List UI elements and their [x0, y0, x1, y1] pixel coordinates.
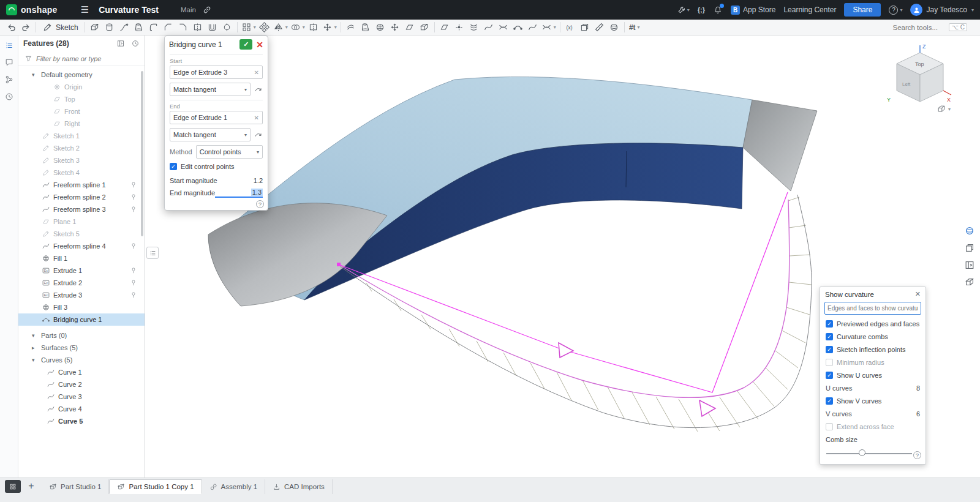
tab-part-studio-1[interactable]: Part Studio 1	[42, 479, 109, 494]
control-point-handle-1[interactable]	[559, 343, 573, 358]
featurescript-button[interactable]: #t▾	[627, 21, 642, 34]
end-magnitude-field[interactable]: 1.3	[215, 189, 263, 198]
flip-tangent-direction-icon[interactable]	[254, 85, 263, 94]
share-button[interactable]: Share	[844, 3, 881, 17]
shell-button[interactable]	[205, 21, 220, 34]
tab-assembly-1[interactable]: Assembly 1	[202, 479, 265, 494]
fillet-button[interactable]	[146, 21, 161, 34]
custom-tables-button[interactable]	[963, 258, 976, 272]
feature-item-freeform-spline-2[interactable]: Freeform spline 2	[18, 191, 145, 203]
search-tools-input[interactable]	[892, 24, 945, 31]
show-u-curves-option[interactable]: ✓Show U curves	[820, 369, 925, 381]
minimum-radius-option[interactable]: Minimum radius	[820, 356, 925, 369]
feature-item-sketch-3[interactable]: Sketch 3	[18, 154, 145, 167]
help-button[interactable]: ?▾	[889, 6, 902, 15]
view-options-button[interactable]: ▾	[937, 104, 951, 114]
pin-icon[interactable]	[130, 279, 137, 287]
delete-face-button[interactable]	[417, 21, 432, 34]
end-magnitude-row[interactable]: End magnitude 1.3	[170, 187, 263, 199]
feature-item-sketch-1[interactable]: Sketch 1	[18, 130, 145, 142]
method-dropdown[interactable]: Control points▾	[196, 145, 263, 159]
dialog-help-icon[interactable]: ?	[256, 200, 264, 208]
feature-item-freeform-spline-4[interactable]: Freeform spline 4	[18, 240, 145, 252]
checkbox-checked-icon[interactable]: ✓	[826, 372, 833, 379]
rib-button[interactable]	[190, 21, 205, 34]
end-tangent-dropdown[interactable]: Match tangent▾	[170, 128, 251, 141]
feature-item-freeform-spline-1[interactable]: Freeform spline 1	[18, 179, 145, 191]
feature-list-toggle[interactable]	[146, 247, 159, 259]
add-tab-button[interactable]: +	[24, 479, 38, 493]
boundary-surface-button[interactable]	[358, 21, 373, 34]
user-menu[interactable]: Jay Tedesco▾	[910, 4, 974, 16]
branch-name[interactable]: Main	[181, 6, 196, 13]
checkbox-unchecked-icon[interactable]	[826, 423, 833, 430]
pin-icon[interactable]	[130, 242, 137, 250]
feature-item-default-geometry[interactable]: ▾Default geometry	[18, 69, 145, 81]
onshape-logo[interactable]: ◠ onshape	[6, 4, 58, 15]
pin-icon[interactable]	[130, 181, 137, 189]
linear-pattern-button[interactable]: ▾	[240, 21, 257, 34]
feature-list-icon[interactable]	[4, 40, 14, 50]
search-tools[interactable]: ⌥ C	[888, 21, 971, 33]
checkbox-unchecked-icon[interactable]	[826, 359, 833, 366]
extensions-button[interactable]: ▾	[677, 5, 690, 15]
curve-start-point[interactable]	[337, 263, 341, 266]
feature-item-sketch-2[interactable]: Sketch 2	[18, 142, 145, 154]
curve-item-4[interactable]: Curve 4	[18, 403, 145, 415]
variable-studio-button[interactable]	[578, 21, 592, 34]
curvature-selection-input[interactable]	[827, 305, 918, 312]
section-curves[interactable]: ▾Curves (5)	[18, 354, 145, 366]
end-selection-box[interactable]: Edge of Extrude 1 ✕	[170, 111, 263, 124]
cancel-button[interactable]: ✕	[256, 40, 263, 49]
draft-button[interactable]	[176, 21, 190, 34]
transform-button[interactable]: ▾	[321, 21, 338, 34]
sketch-button[interactable]: Sketch	[39, 21, 82, 34]
collapse-panel-icon[interactable]	[116, 39, 125, 48]
helix-button[interactable]	[467, 21, 481, 34]
share-link-icon[interactable]	[202, 5, 212, 15]
feature-item-sketch-5[interactable]: Sketch 5	[18, 228, 145, 240]
feature-item-origin[interactable]: Origin	[18, 81, 145, 93]
document-menu-icon[interactable]: ☰	[81, 4, 89, 15]
checkbox-checked-icon[interactable]: ✓	[826, 397, 833, 405]
featurescript-braces-icon[interactable]: {;}	[698, 6, 705, 13]
start-tangent-dropdown[interactable]: Match tangent▾	[170, 83, 251, 96]
curvature-selection-box[interactable]	[824, 302, 921, 315]
redo-button[interactable]	[18, 21, 33, 34]
feature-item-fill-1[interactable]: Fill 1	[18, 252, 145, 264]
replace-face-button[interactable]	[402, 21, 417, 34]
tab-part-studio-1-copy-1[interactable]: Part Studio 1 Copy 1	[109, 479, 202, 494]
feature-item-sketch-4[interactable]: Sketch 4	[18, 167, 145, 179]
projected-curve-button[interactable]	[496, 21, 511, 34]
tab-cad-imports[interactable]: CAD Imports	[265, 479, 333, 494]
u-curves-value[interactable]: 8	[916, 384, 920, 392]
scrollbar[interactable]	[141, 71, 143, 236]
view-cube[interactable]: Top Left Z X Y	[886, 40, 954, 113]
revolve-button[interactable]	[102, 21, 117, 34]
curve-item-5[interactable]: Curve 5	[18, 415, 145, 427]
v-curves-value[interactable]: 6	[916, 410, 920, 418]
move-face-button[interactable]	[388, 21, 402, 34]
accept-button[interactable]: ✓	[239, 39, 252, 50]
display-states-button[interactable]	[963, 241, 976, 255]
edit-control-points-option[interactable]: ✓ Edit control points	[170, 163, 263, 170]
extend-across-face-option[interactable]: Extend across face	[820, 420, 925, 433]
bridging-curve-button[interactable]	[511, 21, 526, 34]
feature-item-freeform-spline-3[interactable]: Freeform spline 3	[18, 203, 145, 215]
mass-properties-button[interactable]	[607, 21, 622, 34]
fit-spline-button[interactable]	[481, 21, 496, 34]
checkbox-checked-icon[interactable]: ✓	[826, 333, 833, 340]
circular-pattern-button[interactable]	[257, 21, 272, 34]
mirror-button[interactable]: ▾	[272, 21, 289, 34]
pin-icon[interactable]	[130, 291, 137, 299]
extrude-button[interactable]	[88, 21, 102, 34]
checkbox-checked-icon[interactable]: ✓	[826, 320, 833, 328]
feature-item-plane-1[interactable]: Plane 1	[18, 215, 145, 228]
plane-button[interactable]	[437, 21, 452, 34]
intersection-curve-button[interactable]: ▾	[540, 21, 557, 34]
curvature-combs-option[interactable]: ✓Curvature combs	[820, 330, 925, 343]
sketch-inflection-option[interactable]: ✓Sketch inflection points	[820, 343, 925, 356]
panel-help-icon[interactable]: ?	[913, 451, 921, 459]
section-surfaces[interactable]: ▸Surfaces (5)	[18, 342, 145, 354]
feature-item-extrude-1[interactable]: Extrude 1	[18, 264, 145, 277]
